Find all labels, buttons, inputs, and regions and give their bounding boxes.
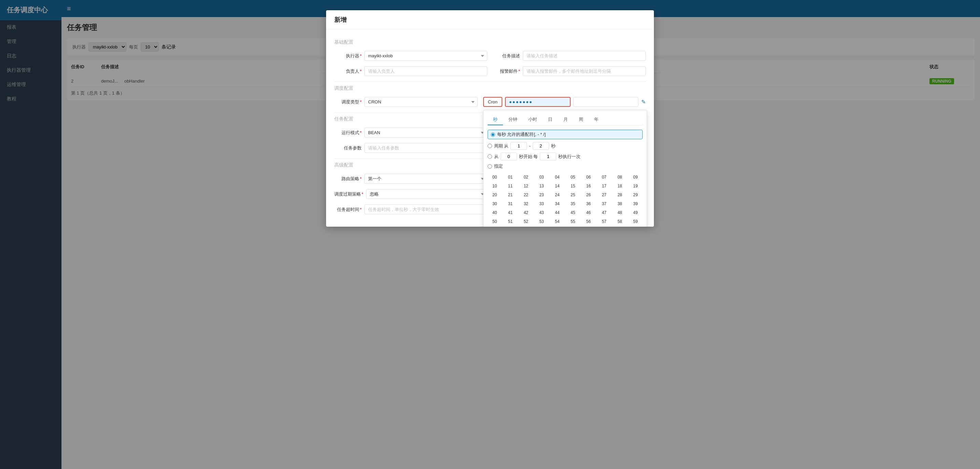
basic-form-grid: 执行器 mayikt-xxlob 任务描述 负责人 报警邮件 <box>334 51 646 76</box>
cron-radio-period[interactable] <box>488 144 492 148</box>
cron-radio-interval[interactable] <box>488 154 492 159</box>
modal-overlay: 新增 基础配置 执行器 mayikt-xxlob 任务描述 <box>0 0 980 469</box>
num-cell-14[interactable]: 14 <box>550 182 565 190</box>
cron-tab-week[interactable]: 周 <box>573 114 589 125</box>
num-cell-25[interactable]: 25 <box>566 191 580 199</box>
num-cell-48[interactable]: 48 <box>612 209 627 216</box>
cron-tab-year[interactable]: 年 <box>589 114 604 125</box>
num-cell-21[interactable]: 21 <box>503 191 518 199</box>
num-cell-47[interactable]: 47 <box>597 209 611 216</box>
num-cell-51[interactable]: 51 <box>503 218 518 225</box>
num-cell-55[interactable]: 55 <box>566 218 580 225</box>
num-cell-42[interactable]: 42 <box>519 209 533 216</box>
schedule-expired-select[interactable]: 忽略 <box>366 189 487 199</box>
cron-tab-second[interactable]: 秒 <box>488 114 503 125</box>
num-cell-31[interactable]: 31 <box>503 200 518 208</box>
num-cell-09[interactable]: 09 <box>628 173 643 181</box>
num-cell-40[interactable]: 40 <box>488 209 502 216</box>
num-cell-58[interactable]: 58 <box>612 218 627 225</box>
num-cell-45[interactable]: 45 <box>566 209 580 216</box>
cron-radio-specific[interactable] <box>488 164 492 169</box>
cron-period-from[interactable] <box>511 142 527 150</box>
cron-radio-every[interactable] <box>491 132 495 137</box>
num-cell-35[interactable]: 35 <box>566 200 580 208</box>
cron-tab-minute[interactable]: 分钟 <box>503 114 523 125</box>
num-cell-36[interactable]: 36 <box>582 200 596 208</box>
num-cell-43[interactable]: 43 <box>535 209 549 216</box>
num-cell-46[interactable]: 46 <box>582 209 596 216</box>
num-cell-41[interactable]: 41 <box>503 209 518 216</box>
num-cell-22[interactable]: 22 <box>519 191 533 199</box>
num-cell-44[interactable]: 44 <box>550 209 565 216</box>
cron-tab-hour[interactable]: 小时 <box>523 114 542 125</box>
num-cell-54[interactable]: 54 <box>550 218 565 225</box>
num-cell-12[interactable]: 12 <box>519 182 533 190</box>
num-cell-28[interactable]: 28 <box>612 191 627 199</box>
num-cell-57[interactable]: 57 <box>597 218 611 225</box>
num-cell-37[interactable]: 37 <box>597 200 611 208</box>
task-timeout-input[interactable] <box>364 205 487 215</box>
num-cell-34[interactable]: 34 <box>550 200 565 208</box>
num-cell-53[interactable]: 53 <box>535 218 549 225</box>
owner-input[interactable] <box>364 66 487 76</box>
num-cell-05[interactable]: 05 <box>566 173 580 181</box>
num-cell-13[interactable]: 13 <box>535 182 549 190</box>
task-params-input[interactable] <box>364 143 487 153</box>
cron-interval-val[interactable] <box>540 153 556 161</box>
owner-form-item: 负责人 <box>334 66 487 76</box>
num-cell-04[interactable]: 04 <box>550 173 565 181</box>
alert-email-input[interactable] <box>523 66 646 76</box>
num-cell-29[interactable]: 29 <box>628 191 643 199</box>
num-cell-26[interactable]: 26 <box>582 191 596 199</box>
cron-option-period: 周期 从 - 秒 <box>488 142 643 150</box>
num-cell-33[interactable]: 33 <box>535 200 549 208</box>
task-desc-input[interactable] <box>523 51 646 61</box>
num-cell-11[interactable]: 11 <box>503 182 518 190</box>
num-cell-52[interactable]: 52 <box>519 218 533 225</box>
num-cell-00[interactable]: 00 <box>488 173 502 181</box>
num-cell-16[interactable]: 16 <box>582 182 596 190</box>
cron-label-box: Cron <box>483 97 502 107</box>
owner-label: 负责人 <box>334 68 362 75</box>
num-cell-30[interactable]: 30 <box>488 200 502 208</box>
schedule-expired-form-item: 调度过期策略 忽略 <box>334 189 487 199</box>
num-cell-19[interactable]: 19 <box>628 182 643 190</box>
num-cell-50[interactable]: 50 <box>488 218 502 225</box>
num-cell-38[interactable]: 38 <box>612 200 627 208</box>
num-cell-59[interactable]: 59 <box>628 218 643 225</box>
cron-edit-icon[interactable]: ✎ <box>641 99 646 105</box>
num-cell-39[interactable]: 39 <box>628 200 643 208</box>
cron-form-item: Cron ✎ 秒 分钟 小时 日 月 <box>483 97 646 107</box>
num-cell-15[interactable]: 15 <box>566 182 580 190</box>
cron-period-to[interactable] <box>533 142 549 150</box>
num-cell-02[interactable]: 02 <box>519 173 533 181</box>
num-cell-24[interactable]: 24 <box>550 191 565 199</box>
num-cell-03[interactable]: 03 <box>535 173 549 181</box>
cron-tab-month[interactable]: 月 <box>558 114 573 125</box>
num-cell-08[interactable]: 08 <box>612 173 627 181</box>
num-cell-49[interactable]: 49 <box>628 209 643 216</box>
cron-tab-day[interactable]: 日 <box>542 114 558 125</box>
num-cell-10[interactable]: 10 <box>488 182 502 190</box>
num-cell-07[interactable]: 07 <box>597 173 611 181</box>
task-desc-form-item: 任务描述 <box>493 51 646 61</box>
executor-select[interactable]: mayikt-xxlob <box>364 51 487 61</box>
num-cell-23[interactable]: 23 <box>535 191 549 199</box>
num-cell-56[interactable]: 56 <box>582 218 596 225</box>
num-cell-32[interactable]: 32 <box>519 200 533 208</box>
num-cell-17[interactable]: 17 <box>597 182 611 190</box>
modal: 新增 基础配置 执行器 mayikt-xxlob 任务描述 <box>326 10 654 227</box>
cron-extra-input[interactable] <box>573 97 638 107</box>
num-cell-27[interactable]: 27 <box>597 191 611 199</box>
num-cell-06[interactable]: 06 <box>582 173 596 181</box>
num-cell-18[interactable]: 18 <box>612 182 627 190</box>
num-cell-01[interactable]: 01 <box>503 173 518 181</box>
cron-interval-unit: 秒执行一次 <box>558 154 581 160</box>
schedule-type-select[interactable]: CRON <box>364 97 478 107</box>
route-strategy-select[interactable]: 第一个 <box>364 174 487 184</box>
run-mode-select[interactable]: BEAN <box>364 128 487 138</box>
cron-input[interactable] <box>505 97 571 107</box>
num-cell-20[interactable]: 20 <box>488 191 502 199</box>
cron-from-start[interactable] <box>501 153 517 161</box>
cron-options: 每秒 允许的通配符[, - * /] 周期 从 - 秒 <box>488 130 643 225</box>
